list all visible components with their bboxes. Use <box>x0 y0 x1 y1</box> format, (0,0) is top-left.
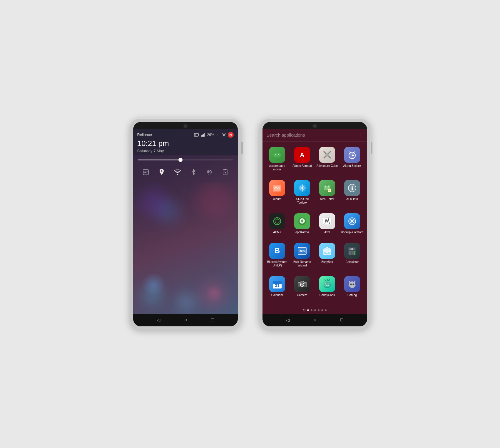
app-label-apm-plus: APM+ <box>273 231 281 234</box>
app-icon-apk-info <box>344 180 360 196</box>
app-label-toolbox: All-In-One Toolbox <box>291 197 314 204</box>
app-appkarma[interactable]: appKarma <box>290 211 315 241</box>
settings-icon[interactable] <box>222 133 226 137</box>
app-adventure-cube[interactable]: Adventure Cube <box>315 145 340 178</box>
blurred-icon: B <box>272 246 282 256</box>
svg-line-20 <box>275 151 276 152</box>
dot-3[interactable] <box>314 309 316 311</box>
qs-battery-saver[interactable] <box>220 167 230 177</box>
recents-button-1[interactable]: □ <box>211 317 214 323</box>
app-apm-plus[interactable]: APM+ <box>265 211 290 241</box>
app-apk-info[interactable]: APK Info <box>340 178 365 211</box>
app-calendar[interactable]: 31 Calendar <box>265 274 290 303</box>
home-button-1[interactable]: ○ <box>184 317 187 323</box>
app-label-calculator: Calculator <box>345 260 359 264</box>
back-button-1[interactable]: ◁ <box>157 317 160 323</box>
svg-rect-13 <box>223 170 227 175</box>
wallpaper <box>133 182 238 314</box>
app-camera[interactable]: Camera <box>290 274 315 303</box>
qs-bluetooth[interactable] <box>188 167 199 177</box>
dot-1[interactable] <box>307 309 309 311</box>
brightness-control[interactable] <box>133 155 238 165</box>
battery-icon <box>194 133 199 137</box>
app-label-candycons: CandyCons <box>320 293 335 297</box>
svg-point-88 <box>350 283 352 285</box>
catlog-icon <box>347 279 357 289</box>
album-icon <box>272 183 282 193</box>
candycons-icon <box>322 279 332 289</box>
dot-5[interactable] <box>321 309 323 311</box>
qs-nfc[interactable]: NFC <box>141 167 151 177</box>
app-label-system-app-mover: /system/app mover <box>266 164 289 171</box>
app-all-in-one-toolbox[interactable]: All-In-One Toolbox <box>290 178 315 211</box>
app-system-app-mover[interactable]: /system/app mover <box>265 145 290 178</box>
svg-text:×: × <box>350 253 350 255</box>
nfc-icon: NFC <box>143 169 149 175</box>
home-button-2[interactable]: ○ <box>314 317 317 323</box>
acrobat-icon: A <box>297 150 307 160</box>
svg-rect-7 <box>204 133 205 137</box>
app-label-axel: Axel <box>324 231 330 234</box>
svg-point-42 <box>325 186 326 187</box>
qs-location[interactable] <box>156 167 167 177</box>
svg-point-18 <box>275 154 276 155</box>
recents-button-2[interactable]: □ <box>340 317 343 323</box>
app-icon-appkarma <box>294 213 310 229</box>
svg-point-43 <box>328 186 329 187</box>
qs-wifi[interactable] <box>172 167 183 177</box>
phone1-screen: Reliance <box>133 129 238 314</box>
appkarma-icon <box>297 216 307 226</box>
app-bulk-rename[interactable]: Ren| Bulk Rename Wizard <box>290 241 315 274</box>
app-candycons[interactable]: CandyCons <box>315 274 340 303</box>
app-blurred-system-ui[interactable]: B Blurred System UI (LP) <box>265 241 290 274</box>
app-icon-busybox <box>319 243 335 259</box>
backup-icon <box>347 216 357 226</box>
dot-2[interactable] <box>311 309 312 311</box>
app-adobe-acrobat[interactable]: A Adobe Acrobat <box>290 145 315 178</box>
n-badge: N <box>228 132 234 138</box>
calendar-icon: 31 <box>272 279 282 289</box>
menu-dots[interactable]: ⋮ <box>357 132 363 138</box>
svg-rect-5 <box>202 135 203 137</box>
brightness-fill <box>138 160 181 160</box>
svg-point-12 <box>208 171 210 173</box>
quick-settings: NFC <box>133 165 238 182</box>
phone-1: Reliance <box>130 118 241 330</box>
app-calculator[interactable]: 123 - + × = <box>340 241 365 274</box>
brightness-thumb[interactable] <box>178 158 183 162</box>
svg-rect-17 <box>274 153 280 157</box>
back-button-2[interactable]: ◁ <box>286 317 290 323</box>
search-bar[interactable]: Search applications ⋮ <box>262 129 367 142</box>
svg-rect-6 <box>203 134 204 137</box>
wifi-icon <box>174 170 181 175</box>
search-placeholder[interactable]: Search applications <box>267 132 357 137</box>
svg-line-33 <box>350 152 351 153</box>
rotation-icon <box>206 169 213 175</box>
app-apk-editor[interactable]: APK Editor <box>315 178 340 211</box>
app-label-catlog: CatLog <box>347 293 357 297</box>
app-busybox[interactable]: BusyBox <box>315 241 340 274</box>
app-alarm-clock[interactable]: Alarm & clock <box>340 145 365 178</box>
brightness-track[interactable] <box>138 160 233 160</box>
app-backup-restore[interactable]: Backup & restore <box>340 211 365 241</box>
app-grid: /system/app mover A Adobe Acrobat <box>262 142 367 307</box>
app-icon-apk-editor <box>319 180 335 196</box>
toolbox-icon <box>297 183 307 193</box>
app-catlog[interactable]: CatLog <box>340 274 365 303</box>
svg-line-21 <box>279 151 280 152</box>
dot-4[interactable] <box>318 309 320 311</box>
dot-search[interactable] <box>303 309 305 311</box>
app-axel[interactable]: Axel <box>315 211 340 241</box>
edit-icon <box>216 133 220 137</box>
svg-rect-22 <box>273 154 274 156</box>
app-icon-alarm-clock <box>344 147 360 163</box>
time-display: 10:21 pm <box>137 139 234 148</box>
svg-rect-14 <box>224 169 226 170</box>
qs-rotation[interactable] <box>204 167 215 177</box>
phone-2: Search applications ⋮ <box>259 118 371 330</box>
svg-line-34 <box>354 152 355 153</box>
dot-6[interactable] <box>325 309 327 311</box>
app-icon-backup-restore <box>344 213 360 229</box>
app-album[interactable]: Album <box>265 178 290 211</box>
svg-text:B: B <box>275 246 280 255</box>
